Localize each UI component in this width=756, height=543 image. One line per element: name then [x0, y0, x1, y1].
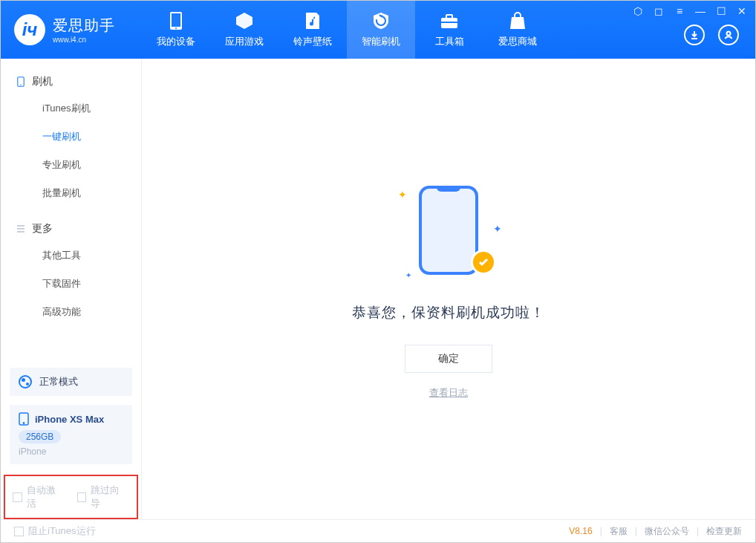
cube-icon: [235, 11, 254, 30]
sidebar-item-itunes-flash[interactable]: iTunes刷机: [1, 94, 141, 123]
app-domain: www.i4.cn: [53, 36, 115, 44]
window-controls: ⬡ ◻ ≡ — ☐ ✕: [632, 5, 748, 17]
sparkle-icon: ✦: [493, 223, 502, 235]
nav-ringtones[interactable]: 铃声壁纸: [278, 1, 347, 59]
minimize-button[interactable]: —: [694, 5, 706, 17]
sidebar-item-download-firmware[interactable]: 下载固件: [1, 270, 141, 298]
more-icon: [16, 224, 26, 234]
user-button[interactable]: [718, 25, 739, 45]
sidebar-item-pro-flash[interactable]: 专业刷机: [1, 151, 141, 179]
music-file-icon: [303, 11, 322, 30]
device-card[interactable]: iPhone XS Max 256GB iPhone: [10, 405, 132, 464]
version-label: V8.16: [569, 526, 592, 536]
success-illustration: ✦ ✦ ✦: [397, 178, 501, 282]
sidebar: 刷机 iTunes刷机 一键刷机 专业刷机 批量刷机 更多 其他工具 下载固件 …: [1, 59, 142, 519]
header-actions: [684, 25, 739, 45]
skip-guide-checkbox[interactable]: 跳过向导: [77, 484, 130, 510]
close-button[interactable]: ✕: [736, 5, 748, 17]
sidebar-group-more: 更多: [1, 216, 141, 241]
check-badge-icon: [471, 250, 496, 275]
toolbox-icon: [440, 11, 459, 30]
device-type: iPhone: [19, 446, 123, 457]
bag-icon: [508, 11, 527, 30]
device-icon: [16, 77, 26, 87]
svg-point-10: [23, 423, 25, 424]
top-nav: 我的设备 应用游戏 铃声壁纸 智能刷机 工具箱 爱思商城: [142, 1, 552, 59]
logo-icon: iч: [14, 14, 45, 45]
sidebar-item-oneclick-flash[interactable]: 一键刷机: [1, 123, 141, 151]
app-header: iч 爱思助手 www.i4.cn 我的设备 应用游戏 铃声壁纸 智能刷机 工具…: [1, 1, 755, 59]
success-message: 恭喜您，保资料刷机成功啦！: [352, 303, 545, 322]
sidebar-group-flash: 刷机: [1, 69, 141, 94]
nav-apps[interactable]: 应用游戏: [210, 1, 278, 59]
nav-my-device[interactable]: 我的设备: [142, 1, 210, 59]
svg-point-2: [175, 27, 177, 29]
skin-icon[interactable]: ⬡: [632, 5, 644, 17]
nav-flash[interactable]: 智能刷机: [347, 1, 415, 59]
sparkle-icon: ✦: [398, 189, 407, 201]
maximize-button[interactable]: ☐: [715, 5, 727, 17]
checkbox-icon: [13, 492, 22, 502]
phone-illustration-icon: [419, 186, 478, 275]
svg-rect-5: [441, 22, 457, 23]
nav-store[interactable]: 爱思商城: [483, 1, 552, 59]
block-itunes-checkbox[interactable]: 阻止iTunes运行: [14, 524, 96, 538]
flash-options-highlight: 自动激活 跳过向导: [4, 475, 138, 519]
checkbox-icon: [14, 527, 24, 536]
sparkle-icon: ✦: [405, 271, 411, 279]
phone-icon: [166, 11, 186, 30]
logo: iч 爱思助手 www.i4.cn: [1, 1, 142, 59]
check-update-link[interactable]: 检查更新: [706, 525, 742, 538]
shield-refresh-icon: [371, 11, 391, 30]
download-button[interactable]: [684, 25, 705, 45]
auto-activate-checkbox[interactable]: 自动激活: [13, 484, 65, 510]
wechat-link[interactable]: 微信公众号: [645, 525, 689, 538]
svg-point-8: [20, 85, 21, 85]
sidebar-item-batch-flash[interactable]: 批量刷机: [1, 179, 141, 207]
device-phone-icon: [19, 412, 29, 426]
app-name: 爱思助手: [53, 16, 115, 36]
device-name: iPhone XS Max: [35, 414, 104, 425]
nav-toolbox[interactable]: 工具箱: [415, 1, 483, 59]
main-content: ✦ ✦ ✦ 恭喜您，保资料刷机成功啦！ 确定 查看日志: [142, 59, 755, 519]
normal-mode-icon: [19, 375, 32, 388]
sidebar-item-other-tools[interactable]: 其他工具: [1, 241, 141, 270]
svg-point-6: [727, 32, 731, 36]
checkbox-icon: [77, 492, 87, 502]
mode-indicator[interactable]: 正常模式: [10, 368, 132, 396]
confirm-button[interactable]: 确定: [405, 345, 492, 373]
view-log-link[interactable]: 查看日志: [429, 386, 468, 400]
svg-rect-4: [446, 15, 452, 19]
support-link[interactable]: 客服: [610, 525, 628, 538]
svg-rect-1: [172, 13, 180, 27]
device-capacity: 256GB: [19, 430, 61, 443]
feedback-icon[interactable]: ◻: [653, 5, 665, 17]
menu-icon[interactable]: ≡: [674, 5, 685, 17]
sidebar-item-advanced[interactable]: 高级功能: [1, 298, 141, 326]
status-bar: 阻止iTunes运行 V8.16 | 客服 | 微信公众号 | 检查更新: [1, 519, 755, 542]
